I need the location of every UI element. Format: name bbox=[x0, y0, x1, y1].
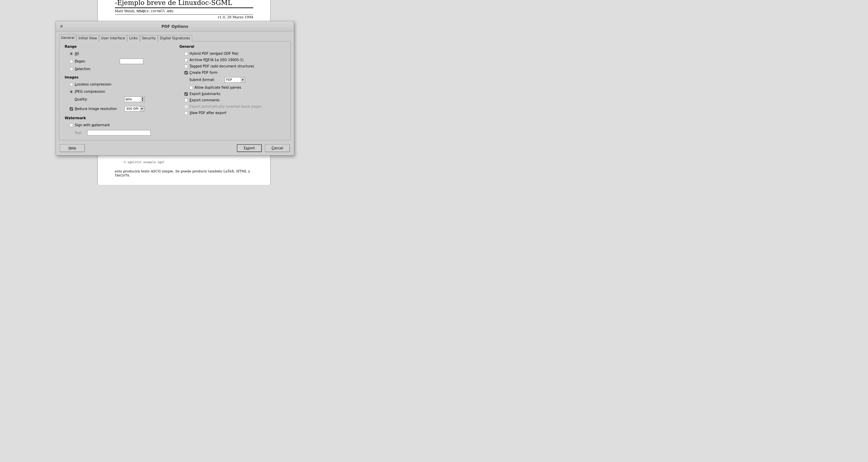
range-pages-input[interactable] bbox=[120, 59, 143, 64]
watermark-text-label: Text: bbox=[74, 131, 87, 135]
watermark-text-input[interactable] bbox=[87, 130, 151, 136]
export-bookmarks-label[interactable]: Export bookmarks bbox=[190, 92, 221, 96]
range-pages-radio[interactable] bbox=[70, 60, 73, 63]
doc-rule-thick bbox=[115, 7, 253, 8]
dpi-value: 300 DPI bbox=[125, 106, 140, 111]
archive-pdf-label[interactable]: Archive PDF/A-1a (ISO 19005-1) bbox=[190, 58, 244, 62]
create-pdf-form-label[interactable]: Create PDF form bbox=[190, 70, 218, 75]
export-bookmarks-checkbox[interactable] bbox=[184, 92, 188, 96]
doc-version-date: v1.0, 28 Marzo 1994 bbox=[115, 15, 253, 19]
dpi-combo[interactable]: 300 DPI ▼ bbox=[125, 106, 144, 112]
general-heading: General bbox=[180, 45, 285, 49]
doc-author-name: Matt Welsh, bbox=[115, 9, 135, 13]
doc-rule-thin bbox=[115, 15, 253, 15]
sign-watermark-label[interactable]: Sign with watermark bbox=[75, 123, 110, 127]
doc-code-line: % sgml2txt example.sgml bbox=[124, 161, 253, 164]
tabpanel-general: Range All Pages: bbox=[59, 41, 291, 140]
quality-down-icon[interactable]: ▼ bbox=[141, 99, 145, 102]
quality-label: Quality: bbox=[74, 97, 124, 102]
images-lossless-label[interactable]: Lossless compression bbox=[75, 82, 112, 86]
quality-spinner[interactable]: ▲ ▼ bbox=[124, 96, 145, 102]
range-heading: Range bbox=[65, 45, 170, 49]
view-after-export-checkbox[interactable] bbox=[184, 111, 188, 115]
watermark-heading: Watermark bbox=[65, 116, 170, 120]
doc-title: -Ejemplo breve de Linuxdoc-SGML bbox=[115, 0, 253, 6]
images-lossless-radio[interactable] bbox=[70, 83, 73, 86]
tab-user-interface[interactable]: User Interface bbox=[99, 35, 127, 41]
chevron-down-icon[interactable]: ▼ bbox=[241, 77, 245, 82]
reduce-resolution-label[interactable]: Reduce image resolution bbox=[75, 107, 125, 111]
tagged-pdf-checkbox[interactable] bbox=[184, 65, 188, 68]
range-pages-label[interactable]: Pages: bbox=[75, 59, 86, 63]
app-canvas: -Ejemplo breve de Linuxdoc-SGML Matt Wel… bbox=[0, 0, 347, 185]
help-button[interactable]: Help bbox=[60, 144, 85, 152]
dialog-button-bar: Help Export Cancel bbox=[56, 142, 294, 155]
range-all-radio[interactable] bbox=[70, 52, 73, 55]
cancel-button[interactable]: Cancel bbox=[265, 144, 290, 152]
submit-format-label: Submit format: bbox=[189, 78, 225, 82]
images-jpeg-label[interactable]: JPEG compression bbox=[75, 90, 105, 94]
close-icon[interactable]: × bbox=[59, 24, 64, 29]
hybrid-pdf-label[interactable]: Hybrid PDF (embed ODF file) bbox=[190, 52, 239, 56]
create-pdf-form-checkbox[interactable] bbox=[184, 71, 188, 75]
export-comments-checkbox[interactable] bbox=[184, 99, 188, 102]
tab-links[interactable]: Links bbox=[127, 35, 140, 41]
export-button[interactable]: Export bbox=[237, 144, 262, 152]
doc-author-email: mdw@cs.cornell.edu bbox=[136, 9, 174, 13]
export-comments-label[interactable]: Export comments bbox=[190, 98, 220, 102]
export-blank-pages-label: Export automatically inserted blank page… bbox=[190, 105, 261, 109]
sign-watermark-checkbox[interactable] bbox=[70, 123, 73, 127]
archive-pdf-checkbox[interactable] bbox=[184, 58, 188, 62]
range-selection-label[interactable]: Selection bbox=[75, 67, 90, 71]
quality-up-icon[interactable]: ▲ bbox=[141, 97, 145, 99]
quality-input[interactable] bbox=[124, 96, 141, 102]
view-after-export-label[interactable]: View PDF after export bbox=[190, 111, 226, 115]
reduce-resolution-checkbox[interactable] bbox=[70, 107, 73, 111]
left-column: Range All Pages: bbox=[65, 44, 170, 136]
tab-security[interactable]: Security bbox=[140, 35, 158, 41]
export-blank-pages-checkbox bbox=[184, 105, 188, 108]
images-heading: Images bbox=[65, 75, 170, 79]
pdf-options-dialog: × PDF Options General Initial View User … bbox=[56, 21, 294, 155]
dialog-title: PDF Options bbox=[56, 24, 294, 29]
tab-initial-view[interactable]: Initial View bbox=[76, 35, 99, 41]
range-all-label[interactable]: All bbox=[75, 52, 79, 56]
doc-body-text: esto producirá texto ASCII simple. Se pu… bbox=[115, 169, 253, 177]
dialog-titlebar[interactable]: × PDF Options bbox=[56, 21, 294, 32]
range-selection-radio[interactable] bbox=[70, 67, 73, 71]
dialog-body: General Initial View User Interface Link… bbox=[56, 32, 294, 142]
tab-digital-signatures[interactable]: Digital Signatures bbox=[158, 35, 192, 41]
chevron-down-icon[interactable]: ▼ bbox=[140, 106, 144, 111]
submit-format-combo[interactable]: FDF ▼ bbox=[225, 77, 245, 83]
submit-format-value: FDF bbox=[225, 77, 241, 82]
tagged-pdf-label[interactable]: Tagged PDF (add document structure) bbox=[190, 64, 254, 68]
hybrid-pdf-checkbox[interactable] bbox=[184, 52, 188, 55]
tab-general[interactable]: General bbox=[59, 34, 76, 41]
dup-field-names-label[interactable]: Allow duplicate field names bbox=[195, 86, 241, 90]
images-jpeg-radio[interactable] bbox=[70, 90, 73, 93]
dup-field-names-checkbox[interactable] bbox=[189, 86, 193, 89]
tabstrip: General Initial View User Interface Link… bbox=[59, 34, 291, 41]
doc-author: Matt Welsh, mdw@cs.cornell.edu bbox=[115, 9, 253, 13]
right-column: General Hybrid PDF (embed ODF file) Arch… bbox=[180, 44, 285, 136]
